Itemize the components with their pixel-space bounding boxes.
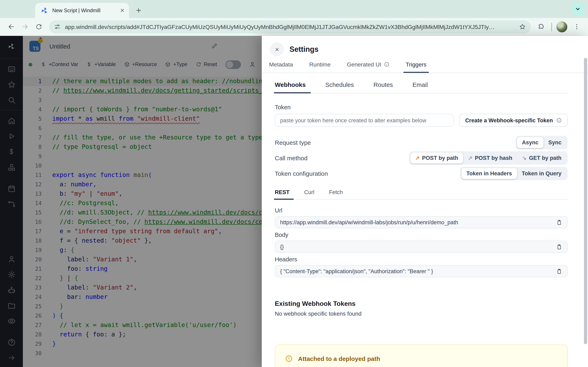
- token-label: Token: [275, 104, 568, 110]
- example-tabs: REST Curl Fetch: [275, 187, 568, 200]
- tab-webhooks[interactable]: Webhooks: [275, 78, 306, 93]
- url-value: https://app.windmill.dev/api/w/windmill-…: [280, 219, 458, 225]
- tab-fetch[interactable]: Fetch: [329, 187, 343, 200]
- extensions-puzzle-icon[interactable]: [535, 21, 547, 33]
- screen: New Script | Windmill app.windmill.dev/s…: [0, 0, 588, 367]
- body-label: Body: [275, 232, 568, 238]
- info-icon: [556, 117, 562, 123]
- url-label: Url: [275, 207, 568, 214]
- bookmark-star-icon[interactable]: [519, 23, 526, 30]
- tab-strip: New Script | Windmill: [0, 0, 588, 18]
- existing-tokens-empty: No webhook specific tokens found: [275, 310, 568, 317]
- body-field[interactable]: {}: [275, 241, 568, 253]
- drawer-title: Settings: [290, 45, 319, 54]
- drawer-backdrop[interactable]: [0, 36, 262, 367]
- url-text: app.windmill.dev/scripts/add#JTdCJTIyaGF…: [65, 24, 515, 30]
- option-token-in-headers[interactable]: Token in Headers: [461, 168, 517, 179]
- existing-tokens-title: Existing Webhook Tokens: [275, 300, 568, 308]
- arrow-up-right-icon: ↗: [468, 155, 472, 161]
- request-type-label: Request type: [275, 139, 311, 146]
- tab-close-icon[interactable]: [118, 7, 126, 14]
- tab-routes[interactable]: Routes: [373, 78, 393, 93]
- headers-label: Headers: [275, 256, 568, 263]
- clipboard-icon[interactable]: [556, 219, 562, 225]
- url-field[interactable]: https://app.windmill.dev/api/w/windmill-…: [275, 216, 568, 228]
- settings-tabs: Metadata Runtime Generated UI Triggers: [262, 59, 588, 73]
- token-configuration-toggle: Token in Headers Token in Query: [460, 167, 568, 180]
- tab-triggers[interactable]: Triggers: [405, 59, 427, 73]
- tab-schedules[interactable]: Schedules: [325, 78, 354, 93]
- option-post-by-hash[interactable]: ↗ POST by hash: [463, 152, 517, 164]
- token-row: Create a Webhook-specific Token: [275, 114, 568, 127]
- profile-avatar[interactable]: [556, 21, 568, 33]
- info-icon: [384, 62, 389, 67]
- forward-button[interactable]: [19, 21, 31, 33]
- token-input[interactable]: [275, 114, 454, 127]
- arrow-up-right-icon: ↗: [415, 155, 420, 161]
- drawer-header: Settings: [262, 36, 588, 59]
- alert-circle-icon: [285, 355, 293, 363]
- headers-value: { "Content-Type": "application/json", "A…: [280, 268, 433, 274]
- trigger-type-tabs: Webhooks Schedules Routes Email: [275, 78, 568, 93]
- reload-button[interactable]: [33, 21, 45, 33]
- option-get-by-path[interactable]: ↘ GET by path: [517, 152, 566, 164]
- tab-rest[interactable]: REST: [275, 187, 290, 200]
- body-value: {}: [280, 244, 284, 250]
- tab-metadata[interactable]: Metadata: [268, 59, 294, 73]
- arrow-down-right-icon: ↘: [522, 155, 527, 161]
- deployed-path-warning: Attached to a deployed path The webhooks…: [275, 345, 568, 367]
- call-method-row: Call method ↗ POST by path ↗ POST by has…: [275, 151, 568, 165]
- profile-separator: [551, 22, 552, 31]
- browser-menu-icon[interactable]: [572, 22, 581, 32]
- address-bar[interactable]: app.windmill.dev/scripts/add#JTdCJTIyaGF…: [49, 20, 531, 33]
- settings-drawer: Settings Metadata Runtime Generated UI T…: [262, 36, 588, 367]
- clipboard-icon[interactable]: [556, 268, 562, 274]
- option-token-in-query[interactable]: Token in Query: [517, 168, 566, 179]
- browser-chrome: New Script | Windmill app.windmill.dev/s…: [0, 0, 588, 36]
- tab-email[interactable]: Email: [412, 78, 428, 93]
- clipboard-icon[interactable]: [556, 244, 562, 250]
- close-icon[interactable]: [270, 42, 284, 56]
- tab-generated-ui[interactable]: Generated UI: [346, 59, 390, 73]
- token-configuration-label: Token configuration: [275, 170, 328, 177]
- call-method-label: Call method: [275, 155, 307, 161]
- request-type-row: Request type Async Sync: [275, 136, 568, 149]
- request-type-toggle: Async Sync: [516, 136, 568, 149]
- back-button[interactable]: [5, 21, 17, 33]
- browser-toolbar: app.windmill.dev/scripts/add#JTdCJTIyaGF…: [0, 18, 588, 36]
- triggers-panel: Webhooks Schedules Routes Email Token Cr…: [262, 73, 588, 367]
- tune-icon[interactable]: [54, 23, 61, 30]
- tab-curl[interactable]: Curl: [304, 187, 314, 200]
- warning-title: Attached to a deployed path: [298, 355, 380, 362]
- option-async[interactable]: Async: [517, 137, 543, 148]
- drawer-scrollbar[interactable]: [584, 58, 587, 344]
- chrome-actions: [535, 21, 583, 33]
- call-method-toggle: ↗ POST by path ↗ POST by hash ↘ GET by p…: [409, 151, 568, 165]
- windmill-favicon-icon: [40, 6, 49, 15]
- tab-runtime[interactable]: Runtime: [309, 59, 331, 73]
- create-webhook-token-button[interactable]: Create a Webhook-specific Token: [459, 114, 568, 127]
- token-configuration-row: Token configuration Token in Headers Tok…: [275, 167, 568, 180]
- browser-tab[interactable]: New Script | Windmill: [35, 3, 129, 18]
- option-post-by-path[interactable]: ↗ POST by path: [410, 152, 463, 164]
- headers-field[interactable]: { "Content-Type": "application/json", "A…: [275, 265, 568, 277]
- option-sync[interactable]: Sync: [543, 137, 566, 148]
- tab-title: New Script | Windmill: [52, 8, 115, 13]
- tab-search-chevron-icon[interactable]: [572, 3, 584, 15]
- new-tab-button[interactable]: [133, 5, 144, 16]
